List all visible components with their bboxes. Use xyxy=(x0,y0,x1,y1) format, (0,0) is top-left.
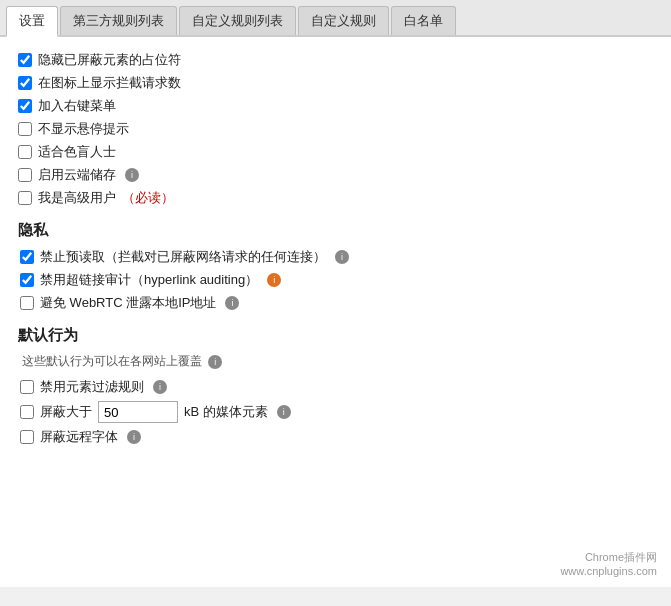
no-hyperlink-audit-checkbox[interactable] xyxy=(20,273,34,287)
no-prefetch-info-icon[interactable]: i xyxy=(335,250,349,264)
default-behavior-section-title: 默认行为 xyxy=(18,326,653,345)
no-prefetch-checkbox[interactable] xyxy=(20,250,34,264)
block-remote-fonts-info-icon[interactable]: i xyxy=(127,430,141,444)
block-media-prefix-label[interactable]: 屏蔽大于 xyxy=(40,403,92,421)
right-click-label[interactable]: 加入右键菜单 xyxy=(38,97,116,115)
option-right-click: 加入右键菜单 xyxy=(18,97,653,115)
block-remote-fonts-checkbox[interactable] xyxy=(20,430,34,444)
no-webrtc-checkbox[interactable] xyxy=(20,296,34,310)
disable-element-filter-label[interactable]: 禁用元素过滤规则 xyxy=(40,378,144,396)
colorblind-checkbox[interactable] xyxy=(18,145,32,159)
cloud-storage-info-icon[interactable]: i xyxy=(125,168,139,182)
main-content: 隐藏已屏蔽元素的占位符 在图标上显示拦截请求数 加入右键菜单 不显示悬停提示 适… xyxy=(0,37,671,587)
option-colorblind: 适合色盲人士 xyxy=(18,143,653,161)
advanced-user-checkbox[interactable] xyxy=(18,191,32,205)
privacy-section-title: 隐私 xyxy=(18,221,653,240)
advanced-user-label[interactable]: 我是高级用户 xyxy=(38,189,116,207)
no-prefetch-label[interactable]: 禁止预读取（拦截对已屏蔽网络请求的任何连接） xyxy=(40,248,326,266)
option-disable-element-filter: 禁用元素过滤规则 i xyxy=(20,378,653,396)
general-options-section: 隐藏已屏蔽元素的占位符 在图标上显示拦截请求数 加入右键菜单 不显示悬停提示 适… xyxy=(18,51,653,207)
footer-line1: Chrome插件网 xyxy=(560,550,657,565)
tab-third-party-rules[interactable]: 第三方规则列表 xyxy=(60,6,177,35)
tab-whitelist[interactable]: 白名单 xyxy=(391,6,456,35)
option-hide-placeholder: 隐藏已屏蔽元素的占位符 xyxy=(18,51,653,69)
no-tooltip-checkbox[interactable] xyxy=(18,122,32,136)
disable-element-filter-info-icon[interactable]: i xyxy=(153,380,167,394)
option-block-media: 屏蔽大于 kB 的媒体元素 i xyxy=(20,401,653,423)
block-media-suffix-label: kB 的媒体元素 xyxy=(184,403,268,421)
default-behavior-desc-text: 这些默认行为可以在各网站上覆盖 xyxy=(22,354,202,368)
colorblind-label[interactable]: 适合色盲人士 xyxy=(38,143,116,161)
footer-line2: www.cnplugins.com xyxy=(560,565,657,577)
show-count-checkbox[interactable] xyxy=(18,76,32,90)
block-media-checkbox[interactable] xyxy=(20,405,34,419)
hide-placeholder-checkbox[interactable] xyxy=(18,53,32,67)
right-click-checkbox[interactable] xyxy=(18,99,32,113)
cloud-storage-label[interactable]: 启用云端储存 xyxy=(38,166,116,184)
default-behavior-desc: 这些默认行为可以在各网站上覆盖 i xyxy=(22,353,653,370)
disable-element-filter-checkbox[interactable] xyxy=(20,380,34,394)
option-no-webrtc: 避免 WebRTC 泄露本地IP地址 i xyxy=(20,294,653,312)
no-hyperlink-audit-info-icon[interactable]: i xyxy=(267,273,281,287)
option-block-remote-fonts: 屏蔽远程字体 i xyxy=(20,428,653,446)
option-no-tooltip: 不显示悬停提示 xyxy=(18,120,653,138)
default-behavior-section: 这些默认行为可以在各网站上覆盖 i 禁用元素过滤规则 i 屏蔽大于 kB 的媒体… xyxy=(20,353,653,446)
tab-bar: 设置 第三方规则列表 自定义规则列表 自定义规则 白名单 xyxy=(0,0,671,37)
hide-placeholder-label[interactable]: 隐藏已屏蔽元素的占位符 xyxy=(38,51,181,69)
option-show-count: 在图标上显示拦截请求数 xyxy=(18,74,653,92)
tab-settings[interactable]: 设置 xyxy=(6,6,58,37)
footer: Chrome插件网 www.cnplugins.com xyxy=(560,550,657,577)
no-tooltip-label[interactable]: 不显示悬停提示 xyxy=(38,120,129,138)
tab-custom-rules-list[interactable]: 自定义规则列表 xyxy=(179,6,296,35)
no-hyperlink-audit-label[interactable]: 禁用超链接审计（hyperlink auditing） xyxy=(40,271,258,289)
show-count-label[interactable]: 在图标上显示拦截请求数 xyxy=(38,74,181,92)
no-webrtc-label[interactable]: 避免 WebRTC 泄露本地IP地址 xyxy=(40,294,216,312)
privacy-section: 禁止预读取（拦截对已屏蔽网络请求的任何连接） i 禁用超链接审计（hyperli… xyxy=(20,248,653,312)
must-read-link[interactable]: （必读） xyxy=(122,189,174,207)
cloud-storage-checkbox[interactable] xyxy=(18,168,32,182)
tab-custom-rules[interactable]: 自定义规则 xyxy=(298,6,389,35)
block-remote-fonts-label[interactable]: 屏蔽远程字体 xyxy=(40,428,118,446)
default-behavior-desc-info-icon[interactable]: i xyxy=(208,355,222,369)
option-no-hyperlink-audit: 禁用超链接审计（hyperlink auditing） i xyxy=(20,271,653,289)
option-no-prefetch: 禁止预读取（拦截对已屏蔽网络请求的任何连接） i xyxy=(20,248,653,266)
no-webrtc-info-icon[interactable]: i xyxy=(225,296,239,310)
option-advanced-user: 我是高级用户 （必读） xyxy=(18,189,653,207)
media-size-input[interactable] xyxy=(98,401,178,423)
block-media-info-icon[interactable]: i xyxy=(277,405,291,419)
option-cloud-storage: 启用云端储存 i xyxy=(18,166,653,184)
